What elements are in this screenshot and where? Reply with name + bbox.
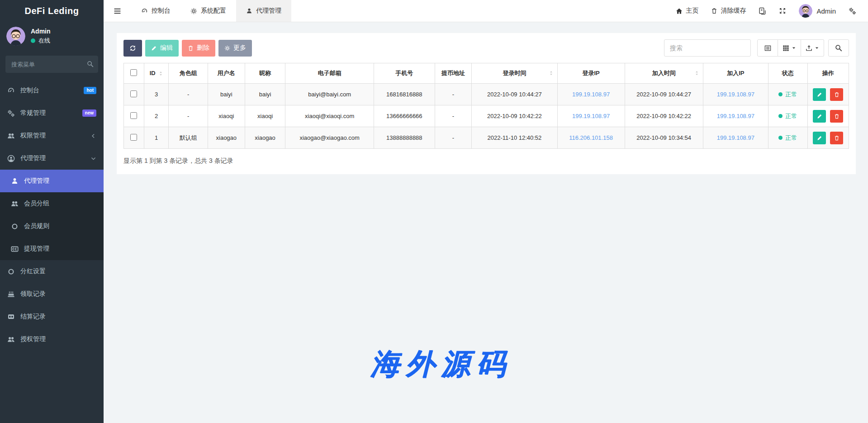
card-icon xyxy=(7,313,15,320)
sidebar-item-claim-records[interactable]: 领取记录 xyxy=(0,283,104,305)
edit-button-label: 编辑 xyxy=(160,44,173,52)
row-edit-button[interactable] xyxy=(813,110,826,123)
cell-email: xiaogao@xiaogao.com xyxy=(285,127,374,149)
sidebar-item-general[interactable]: 常规管理 new xyxy=(0,102,104,124)
search-icon xyxy=(835,44,842,52)
status-badge: 正常 xyxy=(778,134,797,142)
sidebar-item-label: 控制台 xyxy=(20,86,84,95)
row-delete-button[interactable] xyxy=(830,88,843,101)
clear-cache-link[interactable]: 清除缓存 xyxy=(711,7,746,15)
detail-view-icon xyxy=(764,45,771,52)
cell-email: baiyi@baiyi.com xyxy=(285,84,374,105)
trash-icon xyxy=(834,92,840,97)
col-username[interactable]: 用户名 xyxy=(208,63,245,84)
chevron-down-icon xyxy=(90,156,96,162)
col-join-time[interactable]: 加入时间 xyxy=(625,63,703,84)
sort-icon[interactable] xyxy=(549,70,554,77)
search-submit-button[interactable] xyxy=(828,39,849,57)
more-button-label: 更多 xyxy=(233,44,246,52)
users-icon xyxy=(7,336,15,343)
sidebar-item-label: 权限管理 xyxy=(20,132,90,140)
sidebar-item-agent-group[interactable]: 代理管理 xyxy=(0,147,104,170)
tab-system-config[interactable]: 系统配置 xyxy=(180,0,236,22)
join-ip-link[interactable]: 199.19.108.97 xyxy=(717,134,754,141)
login-ip-link[interactable]: 199.19.108.97 xyxy=(572,91,610,98)
user-menu[interactable]: Admin xyxy=(799,4,836,18)
tab-agent-manage[interactable]: 代理管理 xyxy=(236,0,291,22)
col-login-ip[interactable]: 登录IP xyxy=(557,63,625,84)
col-operations: 操作 xyxy=(807,63,849,84)
fullscreen-icon[interactable] xyxy=(779,7,786,14)
sidebar-item-label: 代理管理 xyxy=(20,154,90,162)
more-button[interactable]: 更多 xyxy=(218,40,252,57)
login-ip-link[interactable]: 116.206.101.158 xyxy=(569,134,613,141)
online-status-label: 在线 xyxy=(38,37,50,45)
content-area: 编辑 删除 更多 xyxy=(104,22,868,423)
sidebar-item-withdraw-manage[interactable]: 提现管理 xyxy=(0,238,104,260)
col-join-ip[interactable]: 加入IP xyxy=(703,63,768,84)
sidebar-item-member-rules[interactable]: 会员规则 xyxy=(0,215,104,238)
table-row: 3 - baiyi baiyi baiyi@baiyi.com 16816816… xyxy=(124,84,849,105)
sort-icon[interactable] xyxy=(158,71,163,77)
sidebar-item-permissions[interactable]: 权限管理 xyxy=(0,124,104,147)
tab-dashboard[interactable]: 控制台 xyxy=(131,0,180,22)
circle-icon xyxy=(7,268,15,275)
sidebar-item-agent-manage[interactable]: 代理管理 xyxy=(0,170,104,192)
sidebar-item-settlement-records[interactable]: 结算记录 xyxy=(0,305,104,328)
detail-view-button[interactable] xyxy=(757,39,778,57)
row-edit-button[interactable] xyxy=(813,132,826,144)
cell-phone: 13888888888 xyxy=(374,127,435,149)
row-edit-button[interactable] xyxy=(813,88,826,101)
col-login-time[interactable]: 登录时间 xyxy=(472,63,557,84)
status-dot-icon xyxy=(778,114,783,118)
join-ip-link[interactable]: 199.19.108.97 xyxy=(717,113,754,119)
login-ip-link[interactable]: 199.19.108.97 xyxy=(572,113,610,119)
sidebar-item-label: 代理管理 xyxy=(24,177,96,185)
select-all-checkbox[interactable] xyxy=(130,69,137,76)
row-delete-button[interactable] xyxy=(830,110,843,123)
cell-id: 2 xyxy=(144,105,169,127)
sidebar-item-dashboard[interactable]: 控制台 hot xyxy=(0,79,104,102)
col-phone[interactable]: 手机号 xyxy=(374,63,435,84)
col-id[interactable]: ID xyxy=(144,63,169,84)
avatar xyxy=(799,4,812,18)
file-switch-icon[interactable] xyxy=(759,7,766,15)
sidebar-item-member-groups[interactable]: 会员分组 xyxy=(0,192,104,215)
join-ip-link[interactable]: 199.19.108.97 xyxy=(717,91,754,98)
home-link[interactable]: 主页 xyxy=(676,7,698,15)
col-group[interactable]: 角色组 xyxy=(169,63,208,84)
edit-button[interactable]: 编辑 xyxy=(145,40,179,57)
export-button[interactable] xyxy=(801,39,824,57)
hot-badge: hot xyxy=(84,87,96,94)
sidebar-item-label: 分红设置 xyxy=(20,267,96,276)
col-status[interactable]: 状态 xyxy=(768,63,807,84)
online-dot-icon xyxy=(31,38,35,43)
caret-down-icon xyxy=(815,46,819,50)
col-address[interactable]: 提币地址 xyxy=(435,63,472,84)
sidebar-item-label: 结算记录 xyxy=(20,313,96,321)
cogs-icon[interactable] xyxy=(849,7,856,15)
sidebar-item-dividend-settings[interactable]: 分红设置 xyxy=(0,260,104,283)
table-search-input[interactable] xyxy=(664,39,751,57)
row-delete-button[interactable] xyxy=(830,132,843,144)
menu-search-input[interactable] xyxy=(5,56,98,73)
pencil-icon xyxy=(817,92,822,97)
row-checkbox[interactable] xyxy=(130,112,137,119)
avatar[interactable] xyxy=(6,27,25,46)
profile-block: Admin 在线 xyxy=(0,22,104,51)
refresh-button[interactable] xyxy=(123,40,142,57)
cell-username: baiyi xyxy=(208,84,245,105)
status-dot-icon xyxy=(778,136,783,140)
menu-toggle-icon[interactable] xyxy=(104,0,131,22)
cell-join-time: 2022-10-09 10:44:27 xyxy=(625,84,703,105)
delete-button-label: 删除 xyxy=(197,44,209,52)
col-nickname[interactable]: 昵称 xyxy=(245,63,285,84)
delete-button[interactable]: 删除 xyxy=(182,40,215,57)
col-email[interactable]: 电子邮箱 xyxy=(285,63,374,84)
sidebar-item-authorization[interactable]: 授权管理 xyxy=(0,328,104,351)
sort-icon[interactable] xyxy=(694,70,699,77)
columns-button[interactable] xyxy=(778,39,801,57)
users-icon xyxy=(11,200,19,208)
row-checkbox[interactable] xyxy=(130,90,137,97)
row-checkbox[interactable] xyxy=(130,134,137,141)
